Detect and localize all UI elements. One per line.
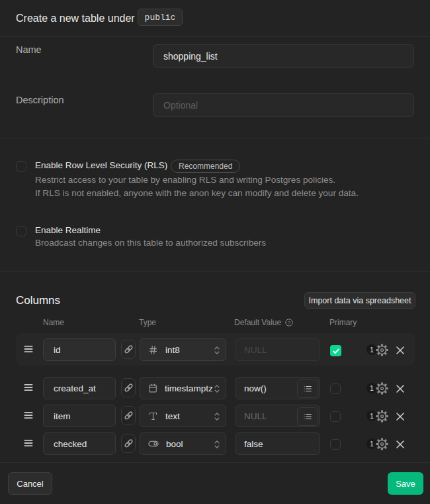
svg-text:?: ? — [288, 320, 291, 326]
